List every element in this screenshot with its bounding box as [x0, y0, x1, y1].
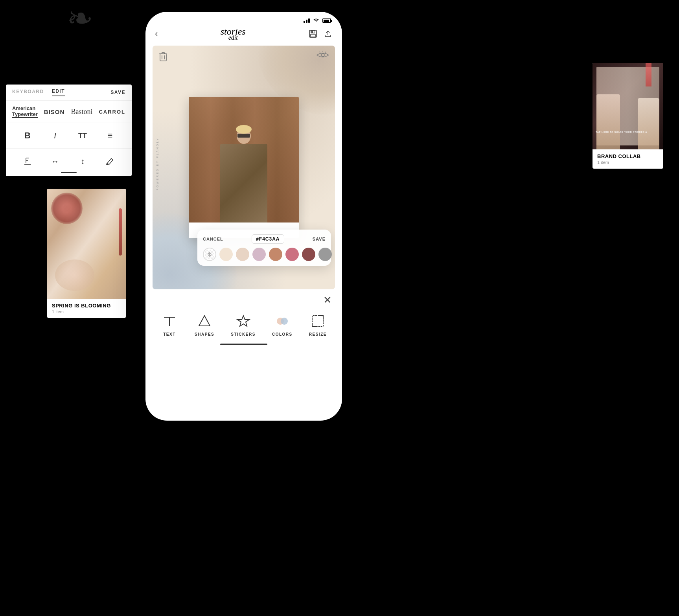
polaroid-frame[interactable] [189, 97, 299, 238]
shapes-label: SHAPES [195, 332, 214, 337]
colors-label: COLORS [272, 332, 293, 337]
brand-card-title: BRAND COLLAB [597, 153, 659, 159]
kb-save-button[interactable]: SAVE [110, 90, 125, 95]
width-tool[interactable]: ↔ [47, 153, 63, 169]
spring-card-image [47, 189, 126, 299]
phone-device: ‹ stories edit [145, 12, 342, 421]
svg-line-4 [111, 158, 113, 160]
svg-rect-8 [312, 31, 313, 33]
svg-marker-20 [199, 316, 210, 326]
swatch-peach[interactable] [236, 248, 249, 261]
color-tool[interactable] [102, 153, 118, 169]
wifi-icon [313, 17, 319, 24]
swatch-terracotta[interactable] [269, 248, 282, 261]
svg-line-13 [320, 51, 320, 53]
decorative-plant: ❧ [67, 0, 93, 37]
svg-point-23 [281, 318, 288, 325]
toolbar-item-text[interactable]: TEXT [161, 313, 178, 337]
svg-rect-9 [160, 54, 166, 61]
toolbar-item-shapes[interactable]: SHAPES [195, 313, 214, 337]
stickers-icon [235, 313, 252, 330]
keyboard-edit-panel: KEYBOARD EDIT SAVE American Typewriter B… [6, 85, 132, 176]
resize-icon [309, 313, 326, 330]
height-tool[interactable]: ↕ [75, 153, 90, 169]
color-picker-header: CANCEL #F4C3AA SAVE [203, 234, 326, 244]
battery-icon [322, 18, 331, 23]
close-button[interactable]: ✕ [323, 294, 332, 306]
svg-rect-24 [312, 316, 323, 327]
font-bastoni[interactable]: Bastoni [71, 108, 92, 116]
color-hex-value[interactable]: #F4C3AA [252, 234, 284, 244]
trash-icon[interactable] [158, 51, 168, 64]
bold-button[interactable]: B [20, 128, 35, 143]
swatch-gray[interactable] [318, 248, 332, 261]
svg-marker-21 [237, 316, 249, 326]
resize-label: RESIZE [309, 332, 327, 337]
color-cancel-button[interactable]: CANCEL [203, 237, 223, 241]
header-icons [308, 29, 333, 39]
bottom-toolbar: TEXT SHAPES STICKERS [153, 309, 335, 340]
home-indicator [220, 344, 267, 345]
eye-icon[interactable] [316, 51, 329, 61]
canvas-watermark: POWERED BY PLANOLY [156, 137, 159, 190]
color-picker-popup: CANCEL #F4C3AA SAVE [197, 230, 331, 266]
color-swatches-row [203, 248, 326, 261]
size-button[interactable]: TT [75, 128, 90, 143]
close-row: ✕ [153, 294, 335, 306]
baseline-tool[interactable] [20, 153, 35, 169]
svg-rect-7 [311, 34, 315, 37]
svg-line-15 [326, 51, 326, 53]
brand-card-count: 1 item [597, 160, 659, 165]
align-button[interactable]: ≡ [102, 128, 118, 143]
app-logo: stories edit [221, 27, 246, 41]
phone-bottom-area: ✕ TEXT SHAPES [145, 289, 342, 345]
brand-card-image: TAP HERE TO SHARE YOUR STORIES & [593, 63, 663, 149]
svg-point-12 [321, 53, 324, 57]
signal-icon [304, 18, 310, 23]
editing-canvas[interactable]: POWERED BY PLANOLY CA [153, 46, 335, 289]
swatch-rose[interactable] [285, 248, 299, 261]
italic-button[interactable]: I [47, 128, 63, 143]
status-bar [145, 12, 342, 24]
toolbar-item-colors[interactable]: COLORS [272, 313, 293, 337]
text-icon [161, 313, 178, 330]
stickers-label: STICKERS [231, 332, 256, 337]
toolbar-item-resize[interactable]: RESIZE [309, 313, 327, 337]
share-icon[interactable] [323, 29, 333, 39]
tab-keyboard[interactable]: KEYBOARD [12, 89, 44, 96]
spring-card-info: SPRING IS BLOOMING 1 item [47, 299, 126, 318]
spring-card-count: 1 item [52, 309, 121, 314]
swatch-transparent[interactable] [203, 248, 216, 261]
brand-collab-card[interactable]: TAP HERE TO SHARE YOUR STORIES & BRAND C… [593, 63, 663, 169]
swatch-mauve[interactable] [252, 248, 266, 261]
shapes-icon [196, 313, 213, 330]
colors-icon [274, 313, 291, 330]
tab-edit[interactable]: EDIT [52, 88, 65, 96]
spring-card[interactable]: SPRING IS BLOOMING 1 item [47, 189, 126, 318]
toolbar-item-stickers[interactable]: STICKERS [231, 313, 256, 337]
font-bison[interactable]: BISON [44, 108, 65, 115]
text-label: TEXT [163, 332, 176, 337]
color-save-button[interactable]: SAVE [313, 237, 326, 241]
font-american[interactable]: American Typewriter [12, 105, 38, 118]
back-button[interactable]: ‹ [155, 29, 158, 39]
swatch-light-peach[interactable] [219, 248, 233, 261]
polaroid-image [189, 97, 299, 222]
font-carrol[interactable]: CARROL [99, 109, 125, 115]
spring-card-title: SPRING IS BLOOMING [52, 303, 121, 309]
brand-card-info: BRAND COLLAB 1 item [593, 149, 663, 169]
app-header: ‹ stories edit [145, 24, 342, 46]
save-icon[interactable] [308, 29, 318, 39]
swatch-dark-rose[interactable] [302, 248, 315, 261]
kb-underline [61, 172, 77, 173]
